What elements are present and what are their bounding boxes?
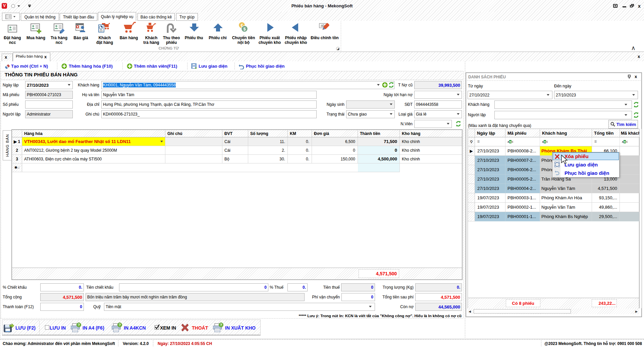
svg-text:C: C <box>546 141 548 143</box>
svg-text:A: A <box>622 141 624 143</box>
svg-text:$: $ <box>243 26 246 31</box>
svg-text:B: B <box>544 141 546 143</box>
svg-text:B: B <box>509 141 511 143</box>
svg-text:A: A <box>507 141 509 143</box>
svg-text:C: C <box>512 141 513 143</box>
svg-text:B: B <box>624 141 626 143</box>
svg-text:?: ? <box>119 323 121 327</box>
svg-text:C: C <box>626 141 628 143</box>
svg-text:?: ? <box>78 323 80 327</box>
svg-text:?: ? <box>220 323 222 327</box>
svg-text:A: A <box>542 141 544 143</box>
